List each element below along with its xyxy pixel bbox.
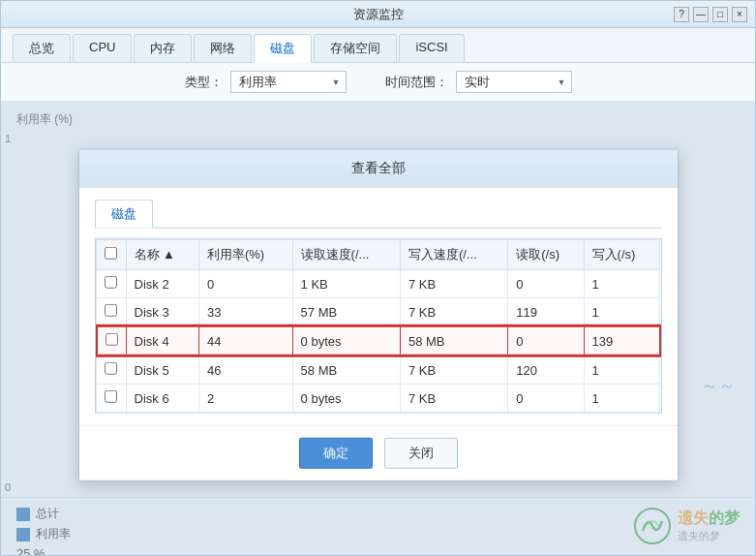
tab-cpu[interactable]: CPU	[73, 34, 132, 62]
toolbar: 类型： 利用率 时间范围： 实时	[1, 63, 755, 102]
row-checkbox-2[interactable]	[106, 333, 118, 346]
content-area: 1 利用率 (%) 0 ～～ 总计 利用率 25 %	[1, 102, 755, 555]
cell-writes: 1	[584, 384, 659, 412]
title-bar: 资源监控 ? — □ ×	[1, 1, 755, 28]
cell-reads: 0	[508, 384, 584, 412]
cell-name: Disk 6	[126, 384, 198, 412]
cell-read-speed: 0 bytes	[292, 384, 400, 412]
dialog-body: 磁盘 名称 ▲ 利用率(%) 读取速度(/...	[79, 188, 678, 425]
cell-write-speed: 7 KB	[400, 384, 507, 412]
cell-write-speed: 7 KB	[400, 355, 507, 385]
dialog-title: 查看全部	[79, 150, 678, 188]
cell-reads: 0	[508, 269, 584, 297]
dialog: 查看全部 磁盘 名称 ▲	[78, 149, 679, 481]
tab-overview[interactable]: 总览	[13, 34, 71, 62]
cell-name: Disk 2	[126, 269, 198, 297]
tab-memory[interactable]: 内存	[134, 34, 192, 62]
confirm-button[interactable]: 确定	[299, 438, 373, 469]
table-row[interactable]: Disk 201 KB7 KB01	[97, 269, 660, 297]
select-all-checkbox[interactable]	[105, 247, 117, 260]
cell-writes: 1	[584, 269, 659, 297]
cell-writes: 139	[584, 326, 659, 355]
cell-name: Disk 3	[126, 297, 198, 326]
dialog-footer: 确定 关闭	[79, 425, 678, 480]
help-button[interactable]: ?	[674, 7, 689, 22]
col-header-write-speed: 写入速度(/...	[400, 239, 507, 269]
maximize-button[interactable]: □	[712, 7, 728, 22]
cell-writes: 1	[584, 297, 659, 326]
row-checkbox-4[interactable]	[105, 390, 117, 403]
table-row[interactable]: Disk 4440 bytes58 MB0139	[97, 326, 660, 355]
col-header-util: 利用率(%)	[198, 239, 292, 269]
type-select-wrapper[interactable]: 利用率	[230, 71, 347, 93]
table-row[interactable]: Disk 54658 MB7 KB1201	[97, 355, 660, 385]
col-header-writes: 写入(/s)	[584, 239, 659, 269]
type-label: 类型：	[185, 74, 223, 91]
cell-util: 46	[198, 355, 292, 385]
col-header-read-speed: 读取速度(/...	[292, 239, 400, 269]
cell-read-speed: 1 KB	[292, 269, 400, 297]
table-row[interactable]: Disk 620 bytes7 KB01	[97, 384, 660, 412]
table-header: 名称 ▲ 利用率(%) 读取速度(/... 写入速度(/... 读取(/s) 写…	[97, 239, 660, 269]
cell-write-speed: 7 KB	[400, 269, 507, 297]
cell-name: Disk 4	[126, 326, 198, 355]
sub-tab-bar: 磁盘	[95, 200, 662, 229]
tab-network[interactable]: 网络	[194, 34, 252, 62]
cell-reads: 119	[508, 297, 584, 326]
cell-util: 33	[198, 297, 292, 326]
tab-storage[interactable]: 存储空间	[314, 34, 397, 62]
sub-tab-disk[interactable]: 磁盘	[95, 200, 153, 229]
cell-util: 2	[198, 384, 292, 412]
window-title: 资源监控	[353, 6, 404, 23]
cell-name: Disk 5	[126, 355, 198, 385]
time-label: 时间范围：	[385, 74, 448, 91]
close-button-dialog[interactable]: 关闭	[384, 438, 458, 469]
time-select-wrapper[interactable]: 实时	[456, 71, 572, 93]
row-checkbox-1[interactable]	[105, 304, 117, 317]
row-checkbox-0[interactable]	[105, 276, 117, 289]
cell-reads: 0	[508, 326, 584, 355]
table-body: Disk 201 KB7 KB01Disk 33357 MB7 KB1191Di…	[97, 269, 660, 412]
table-row[interactable]: Disk 33357 MB7 KB1191	[97, 297, 660, 326]
close-button[interactable]: ×	[732, 7, 747, 22]
disk-table: 名称 ▲ 利用率(%) 读取速度(/... 写入速度(/... 读取(/s) 写…	[96, 239, 661, 413]
type-select[interactable]: 利用率	[230, 71, 347, 93]
tab-disk[interactable]: 磁盘	[254, 34, 312, 63]
cell-util: 44	[198, 326, 292, 355]
col-header-reads: 读取(/s)	[508, 239, 584, 269]
cell-read-speed: 57 MB	[292, 297, 400, 326]
cell-read-speed: 0 bytes	[292, 326, 400, 355]
header-row: 名称 ▲ 利用率(%) 读取速度(/... 写入速度(/... 读取(/s) 写…	[97, 239, 660, 269]
main-window: 资源监控 ? — □ × 总览 CPU 内存 网络 磁盘 存储空间 iSCSI …	[0, 0, 756, 556]
minimize-button[interactable]: —	[693, 7, 709, 22]
cell-util: 0	[198, 269, 292, 297]
time-select[interactable]: 实时	[456, 71, 572, 93]
disk-table-wrapper[interactable]: 名称 ▲ 利用率(%) 读取速度(/... 写入速度(/... 读取(/s) 写…	[95, 238, 662, 414]
col-header-name: 名称 ▲	[126, 239, 198, 269]
col-header-checkbox	[97, 239, 127, 269]
cell-write-speed: 7 KB	[400, 297, 507, 326]
cell-reads: 120	[508, 355, 584, 385]
main-tab-bar: 总览 CPU 内存 网络 磁盘 存储空间 iSCSI	[1, 28, 755, 63]
window-controls: ? — □ ×	[674, 7, 747, 22]
tab-iscsi[interactable]: iSCSI	[399, 34, 464, 62]
cell-read-speed: 58 MB	[292, 355, 400, 385]
cell-writes: 1	[584, 355, 659, 385]
cell-write-speed: 58 MB	[400, 326, 507, 355]
row-checkbox-3[interactable]	[105, 362, 117, 375]
